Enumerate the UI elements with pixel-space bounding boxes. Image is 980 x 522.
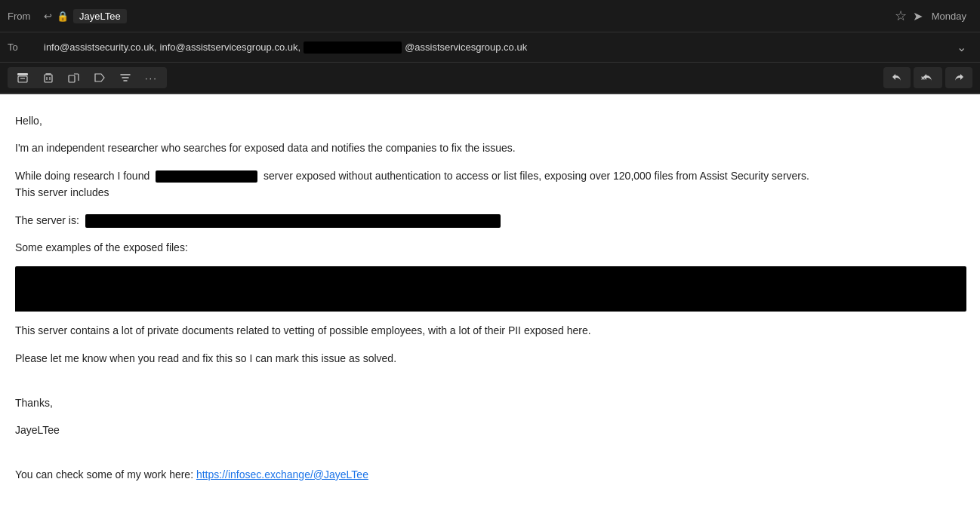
portfolio-paragraph: You can check some of my work here: http… xyxy=(15,466,965,483)
redacted-server-url xyxy=(85,214,501,228)
star-button[interactable]: ☆ xyxy=(892,5,910,27)
action-buttons-group: ··· xyxy=(8,67,167,88)
svg-rect-7 xyxy=(69,75,75,82)
redacted-examples-block xyxy=(15,266,966,312)
recipient-2: info@assistservicesgroup.co.uk, xyxy=(160,41,301,53)
archive-button[interactable] xyxy=(11,69,35,87)
redacted-server-type xyxy=(156,170,257,183)
reply-arrow-icon: ↩ xyxy=(44,11,52,22)
svg-rect-4 xyxy=(45,75,52,82)
lock-icon: 🔒 xyxy=(57,11,69,22)
email-header: From ↩ 🔒 JayeLTee ☆ ➤ Monday To info@ass… xyxy=(0,0,980,94)
send-icon-button[interactable]: ➤ xyxy=(910,6,926,26)
reply-button[interactable] xyxy=(883,67,911,88)
examples-label: Some examples of the exposed files: xyxy=(15,239,965,256)
move-button[interactable] xyxy=(62,69,86,87)
delete-button[interactable] xyxy=(36,69,60,87)
finding-prefix: While doing research I found xyxy=(15,170,149,182)
recipient-1: info@assistsecurity.co.uk, xyxy=(44,41,157,53)
recipient-3-suffix: @assistservicesgroup.co.uk xyxy=(405,41,527,53)
server-paragraph: The server is: xyxy=(15,212,965,229)
pii-paragraph: This server contains a lot of private do… xyxy=(15,322,965,339)
finding-suffix: server exposed without authentication to… xyxy=(263,170,809,182)
svg-rect-1 xyxy=(18,76,27,82)
to-label: To xyxy=(8,41,44,53)
redacted-examples-overlay xyxy=(15,296,189,312)
expand-recipients-button[interactable]: ⌄ xyxy=(951,37,972,57)
greeting: Hello, xyxy=(15,112,965,129)
intro-paragraph: I'm an independent researcher who search… xyxy=(15,140,965,156)
label-button[interactable] xyxy=(88,69,112,87)
reply-all-button[interactable] xyxy=(914,67,942,88)
to-recipients: info@assistsecurity.co.uk, info@assistse… xyxy=(44,41,951,54)
server-label: The server is: xyxy=(15,214,79,226)
filter-button[interactable] xyxy=(113,69,137,87)
portfolio-link[interactable]: https://infosec.exchange/@JayeLTee xyxy=(196,468,368,481)
signature: JayeLTee xyxy=(15,422,965,438)
from-content: ↩ 🔒 JayeLTee xyxy=(44,9,892,23)
email-date: Monday xyxy=(926,8,972,25)
reply-buttons-group xyxy=(883,67,972,88)
to-row: To info@assistsecurity.co.uk, info@assis… xyxy=(0,32,980,63)
from-label: From xyxy=(8,11,44,22)
from-row: From ↩ 🔒 JayeLTee ☆ ➤ Monday xyxy=(0,0,980,32)
thanks: Thanks, xyxy=(15,395,965,411)
email-toolbar: ··· xyxy=(0,63,980,94)
email-body: Hello, I'm an independent researcher who… xyxy=(0,94,980,511)
portfolio-prefix: You can check some of my work here: xyxy=(15,468,193,481)
sender-name: JayeLTee xyxy=(73,9,127,23)
svg-rect-0 xyxy=(17,73,28,75)
recipient-3-redacted xyxy=(304,41,402,54)
request-paragraph: Please let me know when you read and fix… xyxy=(15,350,965,367)
forward-button[interactable] xyxy=(945,67,972,88)
more-options-button[interactable]: ··· xyxy=(139,69,164,87)
finding-paragraph: While doing research I found server expo… xyxy=(15,167,965,201)
server-includes: This server includes xyxy=(15,186,109,198)
